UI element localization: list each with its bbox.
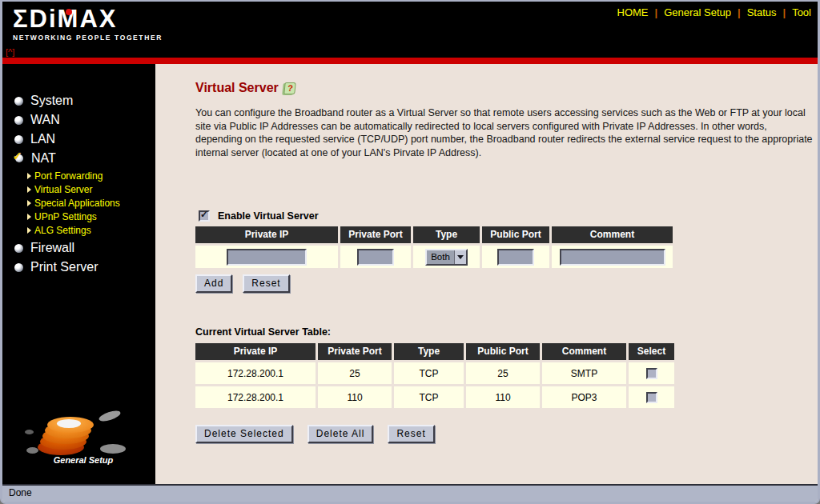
browser-window: ΣDiMAX NETWORKING PEOPLE TOGETHER HOME |…: [0, 0, 820, 504]
column-header: Private Port: [340, 226, 411, 243]
main-content: Virtual Server ? You can configure the B…: [155, 64, 818, 484]
column-header: Type: [413, 226, 480, 243]
checked-bullet-icon: ✓: [14, 154, 24, 163]
sidebar: System WAN LAN ✓ NAT Port Forwarding: [2, 64, 155, 484]
column-header: Private IP: [195, 343, 316, 360]
column-header: Select: [629, 343, 674, 360]
submenu-item-alg-settings[interactable]: ALG Settings: [2, 223, 155, 237]
nav-general-setup[interactable]: General Setup: [664, 6, 731, 18]
type-select-value: Both: [427, 250, 454, 264]
table-row-select-cell: [629, 362, 674, 384]
header: ΣDiMAX NETWORKING PEOPLE TOGETHER HOME |…: [2, 2, 818, 58]
column-header: Private IP: [195, 226, 338, 243]
type-select[interactable]: Both: [425, 249, 468, 266]
nav-status[interactable]: Status: [747, 6, 777, 18]
triangle-bullet-icon: [27, 214, 31, 220]
table-row-cell: POP3: [542, 386, 626, 408]
triangle-bullet-icon: [27, 186, 31, 193]
nat-submenu: Port Forwarding Virtual Server Special A…: [2, 168, 155, 238]
table-row-select-cell: [629, 386, 674, 408]
top-nav: HOME | General Setup | Status | Tool: [617, 6, 811, 18]
nav-tool[interactable]: Tool: [792, 6, 811, 18]
status-text: Done: [9, 487, 32, 498]
column-header: Public Port: [482, 226, 549, 243]
table-row-cell: 172.28.200.1: [195, 386, 316, 408]
dropdown-arrow-icon: [454, 250, 466, 264]
nav-separator: |: [783, 6, 786, 18]
sidebar-item-label: NAT: [31, 151, 56, 166]
sidebar-item-label: System: [30, 94, 73, 108]
reset-button[interactable]: Reset: [243, 274, 289, 293]
enable-virtual-server-checkbox[interactable]: [199, 210, 210, 222]
sidebar-item-lan[interactable]: LAN: [2, 130, 155, 149]
enable-virtual-server-label: Enable Virtual Server: [218, 210, 319, 222]
logo-text: ΣDiMAX: [13, 6, 163, 32]
enable-virtual-server-row: Enable Virtual Server: [199, 210, 818, 222]
edimax-logo: ΣDiMAX NETWORKING PEOPLE TOGETHER: [13, 6, 163, 42]
submenu-item-special-applications[interactable]: Special Applications: [2, 196, 155, 210]
add-button[interactable]: Add: [195, 274, 232, 293]
table-row-cell: 110: [466, 386, 540, 408]
submenu-item-port-forwarding[interactable]: Port Forwarding: [2, 169, 155, 182]
comment-input[interactable]: [560, 249, 665, 266]
private-port-cell: [340, 246, 411, 268]
current-table-label: Current Virtual Server Table:: [195, 326, 818, 338]
sidebar-item-wan[interactable]: WAN: [2, 110, 155, 130]
column-header: Comment: [552, 226, 673, 243]
bullet-sphere-icon: [14, 263, 23, 272]
public-port-cell: [482, 246, 549, 268]
sidebar-item-firewall[interactable]: Firewall: [2, 238, 155, 258]
sidebar-item-label: Print Server: [30, 260, 98, 274]
private-port-input[interactable]: [357, 249, 394, 266]
logo-brand: ΣDiMAX: [13, 5, 118, 33]
submenu-item-label: ALG Settings: [34, 225, 91, 236]
logo-tagline: NETWORKING PEOPLE TOGETHER: [13, 34, 163, 42]
red-divider-bar: [2, 58, 818, 64]
virtual-server-input-table: Private IP Private Port Type Public Port…: [195, 226, 673, 268]
logo-dot-icon: [66, 9, 72, 15]
sidebar-item-nat[interactable]: ✓ NAT: [2, 149, 155, 168]
type-cell: Both: [413, 246, 480, 268]
table-row-cell: SMTP: [542, 362, 626, 384]
table-row-cell: 25: [318, 362, 392, 384]
triangle-bullet-icon: [27, 200, 31, 206]
reset-table-button[interactable]: Reset: [388, 425, 434, 443]
top-anchor-link[interactable]: [^]: [6, 47, 14, 57]
triangle-bullet-icon: [27, 173, 31, 179]
delete-all-button[interactable]: Delete All: [308, 425, 374, 443]
general-setup-logo: General Setup: [25, 407, 133, 470]
column-header: Type: [394, 343, 464, 360]
help-book-icon[interactable]: ?: [283, 82, 296, 94]
sidebar-item-label: WAN: [30, 113, 60, 127]
table-row-cell: TCP: [394, 362, 464, 384]
submenu-item-virtual-server[interactable]: Virtual Server: [2, 182, 155, 196]
table-row-cell: 172.28.200.1: [195, 362, 316, 384]
bullet-sphere-icon: [14, 116, 23, 125]
triangle-bullet-icon: [27, 227, 31, 234]
comment-cell: [552, 246, 673, 268]
page-description: You can configure the Broadband router a…: [195, 106, 815, 159]
sidebar-item-print-server[interactable]: Print Server: [2, 258, 155, 277]
nav-separator: |: [738, 6, 741, 18]
status-bar: Done: [2, 484, 818, 502]
sidebar-item-label: Firewall: [30, 241, 74, 255]
private-ip-input[interactable]: [227, 249, 307, 266]
table-row-cell: TCP: [394, 386, 464, 408]
column-header: Private Port: [318, 343, 392, 360]
private-ip-cell: [195, 246, 338, 268]
row-select-checkbox[interactable]: [646, 392, 657, 403]
public-port-input[interactable]: [497, 249, 534, 266]
general-setup-label: General Setup: [39, 455, 127, 465]
nav-separator: |: [655, 6, 658, 18]
table-row-cell: 110: [318, 386, 392, 408]
submenu-item-label: Virtual Server: [34, 184, 92, 195]
submenu-item-label: Port Forwarding: [34, 170, 102, 182]
page-title: Virtual Server: [195, 81, 279, 95]
sidebar-item-system[interactable]: System: [2, 91, 155, 110]
nav-home[interactable]: HOME: [617, 6, 649, 18]
bullet-sphere-icon: [14, 244, 23, 253]
sidebar-item-label: LAN: [30, 132, 55, 146]
row-select-checkbox[interactable]: [646, 368, 657, 379]
delete-selected-button[interactable]: Delete Selected: [195, 425, 293, 443]
submenu-item-upnp-settings[interactable]: UPnP Settings: [2, 210, 155, 223]
